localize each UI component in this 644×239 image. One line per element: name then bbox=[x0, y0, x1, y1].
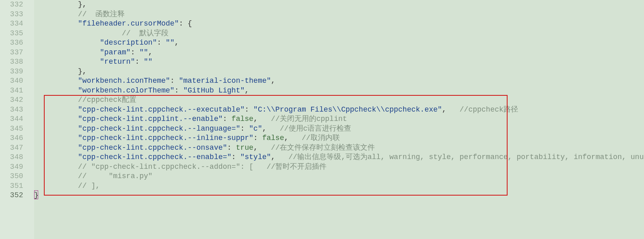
line-number: 347 bbox=[0, 143, 23, 153]
token-comment: //使用c语言进行检查 bbox=[280, 125, 351, 133]
token-key: "description" bbox=[100, 39, 157, 47]
token-punc: , bbox=[271, 77, 275, 85]
token-comment: // 默认字段 bbox=[122, 29, 169, 37]
token-bool: true bbox=[236, 144, 253, 152]
token-str: "" bbox=[139, 48, 148, 56]
code-line[interactable]: // "cpp-check-lint.cppcheck.--addon=": [… bbox=[34, 162, 644, 172]
code-line[interactable]: // ], bbox=[34, 181, 644, 191]
token-str: "material-icon-theme" bbox=[179, 77, 271, 85]
token-punc: : bbox=[170, 77, 179, 85]
code-line[interactable]: "cpp-check-lint.cppcheck.--executable": … bbox=[34, 105, 644, 115]
code-editor[interactable]: 3323333343353363373383393403413423433443… bbox=[0, 0, 644, 239]
token-punc: : bbox=[135, 58, 144, 66]
token-punc: : bbox=[227, 144, 236, 152]
token-brace: } bbox=[34, 191, 39, 199]
line-number: 343 bbox=[0, 105, 23, 115]
line-number: 337 bbox=[0, 48, 23, 58]
token-str: "C:\\Program Files\\Cppcheck\\cppcheck.e… bbox=[253, 106, 442, 114]
token-comment: // ], bbox=[78, 182, 100, 190]
code-line[interactable]: }, bbox=[34, 0, 644, 10]
token-str: "" bbox=[166, 39, 175, 47]
line-number: 338 bbox=[0, 57, 23, 67]
token-key: "cpp-check-lint.cppcheck.--language=" bbox=[78, 125, 240, 133]
token-key: "cpp-check-lint.cppcheck.--enable=" bbox=[78, 153, 231, 161]
token-bool: false bbox=[231, 115, 253, 123]
code-line[interactable]: // 默认字段 bbox=[34, 29, 644, 39]
line-number: 333 bbox=[0, 10, 23, 19]
code-line[interactable]: "param": "", bbox=[34, 48, 644, 58]
code-line[interactable]: "workbench.colorTheme": "GitHub Light", bbox=[34, 86, 644, 96]
token-str: "GitHub Light" bbox=[183, 86, 244, 95]
line-number: 335 bbox=[0, 29, 23, 39]
token-key: "cpp-check-lint.cppcheck.--executable" bbox=[78, 106, 244, 114]
code-area[interactable]: }, // 函数注释 "fileheader.cursorMode": { //… bbox=[34, 0, 644, 239]
code-line[interactable]: // "misra.py" bbox=[34, 172, 644, 181]
token-punc: : bbox=[231, 153, 240, 161]
token-key: "fileheader.cursorMode" bbox=[78, 19, 179, 28]
token-comment: //cppcheck配置 bbox=[78, 96, 136, 104]
token-key: "workbench.colorTheme" bbox=[78, 86, 175, 95]
token-punc: , bbox=[175, 39, 179, 47]
line-number: 344 bbox=[0, 114, 23, 124]
token-punc: : bbox=[223, 115, 232, 123]
token-punc: , bbox=[284, 134, 302, 142]
token-punc: , bbox=[262, 125, 280, 133]
code-line[interactable]: "cpp-check-lint.cpplint.--enable": false… bbox=[34, 114, 644, 124]
token-key: "cpp-check-lint.cppcheck.--inline-suppr" bbox=[78, 134, 253, 142]
token-key: "workbench.iconTheme" bbox=[78, 77, 170, 85]
token-punc: : bbox=[157, 39, 166, 47]
line-number: 349 bbox=[0, 162, 23, 172]
token-punc: : bbox=[240, 125, 249, 133]
token-str: "c" bbox=[249, 125, 262, 133]
code-line[interactable]: "return": "" bbox=[34, 57, 644, 67]
token-str: "" bbox=[144, 58, 153, 66]
token-brace: }, bbox=[78, 67, 87, 75]
token-punc: , bbox=[253, 115, 271, 123]
line-number: 352 bbox=[0, 191, 23, 200]
token-punc: : bbox=[131, 48, 140, 56]
token-punc: , bbox=[245, 86, 249, 95]
token-comment: // "cpp-check-lint.cppcheck.--addon=": [… bbox=[78, 163, 326, 171]
token-key: "cpp-check-lint.cpplint.--enable" bbox=[78, 115, 223, 123]
token-bool: false bbox=[262, 134, 284, 142]
line-number: 342 bbox=[0, 95, 23, 105]
token-key: "return" bbox=[100, 58, 135, 66]
token-comment: // 函数注释 bbox=[78, 10, 125, 18]
token-key: "param" bbox=[100, 48, 131, 56]
token-comment: //cppcheck路径 bbox=[460, 106, 518, 114]
token-str: "style" bbox=[240, 153, 271, 161]
line-number: 346 bbox=[0, 133, 23, 143]
token-comment: //取消内联 bbox=[302, 134, 340, 142]
token-punc: : bbox=[179, 19, 188, 28]
token-punc: , bbox=[148, 48, 153, 56]
token-punc: : bbox=[175, 86, 184, 95]
line-number: 336 bbox=[0, 38, 23, 48]
code-line[interactable]: "cpp-check-lint.cppcheck.--inline-suppr"… bbox=[34, 133, 644, 143]
line-number: 341 bbox=[0, 86, 23, 96]
code-line[interactable]: // 函数注释 bbox=[34, 10, 644, 19]
code-line[interactable]: }, bbox=[34, 67, 644, 77]
code-line[interactable]: } bbox=[34, 191, 644, 200]
line-number: 339 bbox=[0, 67, 23, 77]
code-line[interactable]: //cppcheck配置 bbox=[34, 95, 644, 105]
line-number: 332 bbox=[0, 0, 23, 10]
fold-column bbox=[30, 0, 34, 239]
line-number: 350 bbox=[0, 172, 23, 181]
line-number: 345 bbox=[0, 124, 23, 134]
token-comment: //关闭无用的cpplint bbox=[271, 115, 347, 123]
code-line[interactable]: "workbench.iconTheme": "material-icon-th… bbox=[34, 76, 644, 86]
line-number-gutter: 3323333343353363373383393403413423433443… bbox=[0, 0, 30, 239]
token-punc: , bbox=[271, 153, 288, 161]
code-line[interactable]: "cpp-check-lint.cppcheck.--language=": "… bbox=[34, 124, 644, 134]
token-punc: , bbox=[442, 106, 460, 114]
code-line[interactable]: "cpp-check-lint.cppcheck.--enable=": "st… bbox=[34, 153, 644, 162]
token-punc: : bbox=[253, 134, 262, 142]
token-comment: //输出信息等级,可选为all, warning, style, perform… bbox=[289, 153, 644, 161]
line-number: 348 bbox=[0, 153, 23, 162]
line-number: 351 bbox=[0, 181, 23, 191]
token-punc: : bbox=[245, 106, 254, 114]
code-line[interactable]: "cpp-check-lint.cppcheck.--onsave": true… bbox=[34, 143, 644, 153]
code-line[interactable]: "fileheader.cursorMode": { bbox=[34, 19, 644, 29]
code-line[interactable]: "description": "", bbox=[34, 38, 644, 48]
token-brace: }, bbox=[78, 0, 87, 9]
